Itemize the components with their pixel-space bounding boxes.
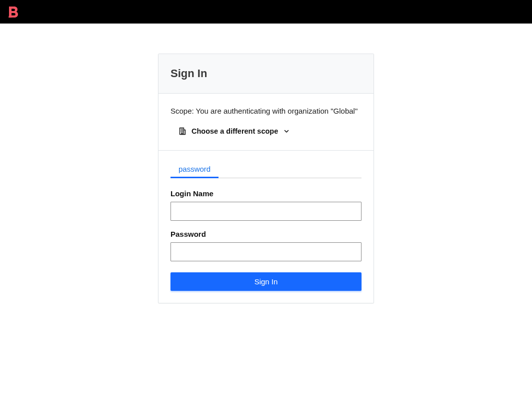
page-title: Sign In xyxy=(170,67,362,80)
signin-button[interactable]: Sign In xyxy=(170,272,362,291)
svg-rect-4 xyxy=(10,17,11,18)
auth-tabs: password xyxy=(170,165,362,178)
boundary-logo xyxy=(8,6,19,19)
password-input[interactable] xyxy=(170,242,362,261)
svg-rect-3 xyxy=(10,17,10,18)
card-header: Sign In xyxy=(158,54,374,94)
building-icon xyxy=(178,127,186,135)
chevron-down-icon xyxy=(283,128,290,135)
choose-scope-button[interactable]: Choose a different scope xyxy=(170,127,290,135)
signin-card: Sign In Scope: You are authenticating wi… xyxy=(158,54,374,303)
signin-form: Login Name Password Sign In xyxy=(170,189,362,291)
login-name-group: Login Name xyxy=(170,189,362,221)
svg-rect-0 xyxy=(8,16,9,17)
password-group: Password xyxy=(170,230,362,261)
form-section: password Login Name Password Sign In xyxy=(158,151,374,303)
svg-rect-2 xyxy=(8,17,9,18)
app-header xyxy=(0,0,532,24)
login-name-input[interactable] xyxy=(170,202,362,221)
password-label: Password xyxy=(170,230,362,238)
main-content: Sign In Scope: You are authenticating wi… xyxy=(0,24,532,303)
tab-password[interactable]: password xyxy=(170,165,218,178)
choose-scope-label: Choose a different scope xyxy=(192,127,278,135)
scope-section: Scope: You are authenticating with organ… xyxy=(158,94,374,151)
svg-rect-1 xyxy=(10,16,10,17)
login-name-label: Login Name xyxy=(170,189,362,198)
scope-description: Scope: You are authenticating with organ… xyxy=(170,106,362,116)
